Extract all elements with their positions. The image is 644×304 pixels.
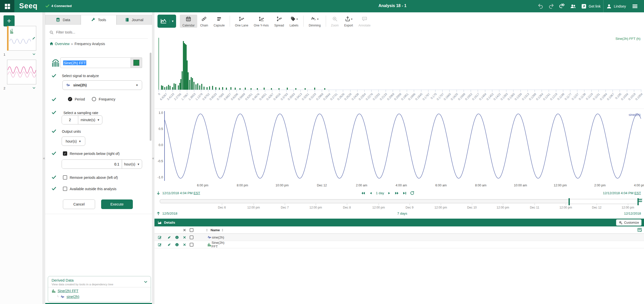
view-mode-caret[interactable]: ▼ [170,20,176,23]
remove-below-unit-select[interactable]: hour(s)▼ [122,160,142,168]
investigate-start[interactable]: 12/5/2018 [156,212,177,215]
gears-icon [619,221,623,225]
app-grid-button[interactable] [0,0,14,12]
undo-button[interactable] [538,4,543,9]
users-button[interactable] [570,3,576,9]
tab-data[interactable]: Data [45,15,81,24]
sampling-rate-input[interactable] [62,116,78,124]
name-column-header[interactable]: Name [211,228,220,232]
user-menu[interactable]: Lindsey [606,4,626,9]
fft-tick [293,90,294,92]
fft-bar-chart[interactable] [159,39,641,90]
toolbar-labels-button[interactable]: ▾ Labels [287,15,301,28]
worksheet-thumbnail-2[interactable] [7,60,36,84]
available-outside-checkbox[interactable] [63,187,67,191]
toolbar-chain-button[interactable]: Chain [198,15,211,28]
sampling-unit-select[interactable]: minute(s)▼ [78,116,102,124]
step-back-button[interactable] [369,191,372,195]
tab-journal[interactable]: Journal [116,15,152,24]
chain-icon [201,16,207,22]
details-row[interactable]: Sine(2h) FFT [154,241,644,248]
sort-button[interactable] [205,228,209,232]
step-forward-large-button[interactable] [394,191,399,195]
worksheet-2-menu-chevron[interactable] [32,85,36,90]
customize-button[interactable]: Customize [616,219,641,226]
worksheet-1-menu-chevron[interactable] [32,52,36,56]
breadcrumb-overview-link[interactable]: Overview [49,42,69,46]
range-start[interactable]: 12/11/2018 4:04 PM EST [156,191,200,195]
refresh-button[interactable] [410,191,414,195]
signal-waves-icon [638,198,642,203]
remove-above-checkbox[interactable] [63,175,67,180]
derived-item-link[interactable]: Sine(2h) FFT [58,289,78,293]
edit-item-button[interactable] [158,235,162,239]
derived-data-header[interactable]: Derived Data View data created by tools … [48,276,151,287]
add-worksheet-button[interactable]: + [4,15,15,26]
view-mode-button[interactable]: ▼ [157,15,176,28]
select-all-checkbox[interactable] [190,228,193,232]
table-settings-icon[interactable] [637,227,642,232]
toolbar-dimming-button[interactable]: ▾ Dimming [306,15,323,28]
sort-name-button[interactable] [221,228,224,232]
timeline-track[interactable] [160,199,638,203]
remove-all-button[interactable] [183,228,186,232]
period-radio[interactable]: ✓ [68,97,72,101]
execute-button[interactable]: Execute [101,199,133,209]
edit-worksheet-icon[interactable] [32,36,35,40]
remove-below-input[interactable] [62,160,122,168]
chevron-down-icon[interactable] [144,279,148,284]
cancel-button[interactable]: Cancel [63,199,95,209]
rocket-icon [167,235,171,239]
range-end[interactable]: 12/12/2018 4:04 PM EST [603,191,641,195]
step-forward-button[interactable] [388,191,391,195]
toolbar-export-button[interactable]: ▾ Export [342,15,355,28]
range-duration[interactable]: 1 day [376,191,384,195]
item-info-button[interactable] [175,243,179,247]
get-link-button[interactable]: Get link [581,4,600,9]
worksheet-thumbnail-1[interactable] [7,26,36,51]
details-row[interactable]: sine(2h) [154,234,644,241]
output-unit-select[interactable]: hour(s)▼ [62,137,85,146]
remove-item-button[interactable] [183,243,186,246]
toolbar-capsule-button[interactable]: Capsule [211,15,227,28]
frequency-radio[interactable] [92,97,96,101]
restore-forward-button[interactable] [559,4,565,9]
histogram-icon [207,243,212,247]
toolbar-calendar-button[interactable]: Calendar [180,15,197,28]
edit-item-button[interactable] [158,243,162,247]
investigate-item-button[interactable] [167,243,171,247]
start-timezone[interactable]: EST [193,191,200,195]
row-checkbox[interactable] [190,243,193,247]
derived-item-link[interactable]: sine(2h) [67,295,79,299]
signal-select[interactable]: sine(2h) ▼ [62,80,142,90]
investigate-item-button[interactable] [167,235,171,239]
sine-line-chart[interactable] [164,112,641,181]
step-back-large-button[interactable] [361,191,366,195]
sine-legend[interactable]: sine(2h) [629,113,640,117]
remove-below-checkbox[interactable]: ✓ [63,151,67,156]
tool-name-input[interactable]: Sine(2h) FFT [60,57,131,68]
collapse-left-handle[interactable]: « [43,156,45,160]
collapse-tools-handle[interactable]: « [152,156,154,160]
wrench-icon [91,18,95,22]
toolbar-one-lane-button[interactable]: One Lane [232,15,251,28]
remove-item-button[interactable] [183,236,186,239]
row-checkbox[interactable] [190,235,193,239]
toolbar-one-y-axis-button[interactable]: One Y-Axis [251,15,271,28]
seeq-logo[interactable]: Seeq [19,2,37,10]
investigate-end[interactable]: 12/12/2018 [624,212,641,215]
hamburger-menu[interactable] [632,3,638,9]
toolbar-spread-button[interactable]: Spread [272,15,287,28]
auto-update-button[interactable] [638,198,642,203]
investigate-duration[interactable]: 7 days [397,212,407,215]
filter-tools-input[interactable] [56,30,139,34]
panel-scrollbar[interactable] [150,53,151,141]
redo-button[interactable] [548,4,554,9]
color-picker-button[interactable] [131,57,142,68]
end-timezone[interactable]: EST [634,191,641,195]
item-info-button[interactable] [175,235,179,239]
timeline-selection[interactable] [569,199,638,204]
go-to-end-button[interactable] [403,191,407,195]
connection-status[interactable]: 4 Connected [45,4,72,8]
tab-tools[interactable]: Tools [81,15,116,24]
